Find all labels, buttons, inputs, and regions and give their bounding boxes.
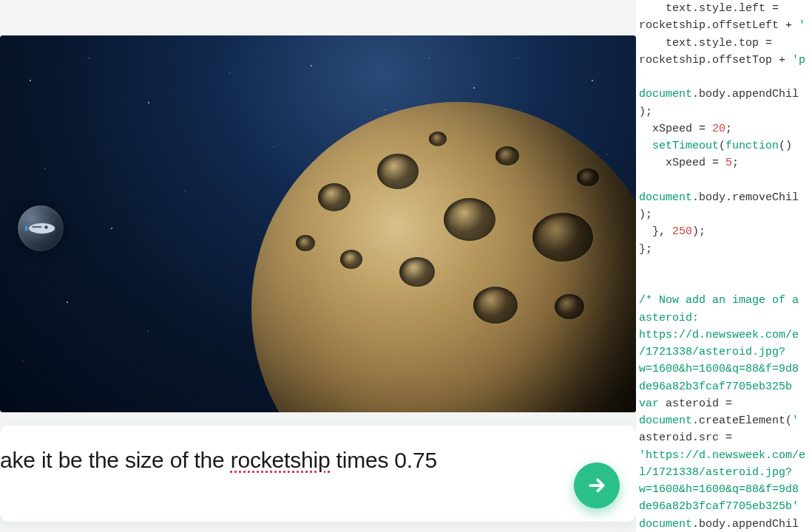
code-token-str: ' bbox=[792, 415, 799, 427]
code-token-kw: var bbox=[639, 398, 659, 410]
rocketship-icon bbox=[23, 217, 58, 239]
code-token-obj: document bbox=[639, 191, 692, 204]
prompt-suffix: times 0.75 bbox=[330, 448, 437, 472]
arrow-right-icon bbox=[586, 474, 608, 497]
code-token-plain: .createElement( bbox=[692, 415, 792, 427]
code-line[interactable]: asteroid: bbox=[639, 310, 812, 327]
code-token-obj: document bbox=[639, 518, 692, 531]
svg-point-2 bbox=[44, 225, 48, 229]
code-token-plain: }, bbox=[639, 225, 672, 238]
preview-area bbox=[0, 0, 636, 412]
code-token-plain: ; bbox=[732, 157, 739, 169]
code-token-plain: xSpeed = bbox=[639, 123, 712, 135]
code-token-fn: setTimeout bbox=[652, 140, 719, 152]
code-line[interactable] bbox=[639, 69, 812, 86]
code-token-cmt: de96a82b3fcaf7705eb325b bbox=[639, 381, 799, 393]
code-token-plain: .body.appendChil bbox=[692, 518, 799, 531]
code-token-plain: }; bbox=[639, 243, 652, 256]
code-token-plain: xSpeed = bbox=[639, 157, 725, 169]
code-line[interactable]: rocketship.offsetTop + 'p bbox=[639, 52, 812, 69]
code-token-str: de96a82b3fcaf7705eb325b' bbox=[639, 500, 799, 513]
code-token-cmt: /1721338/asteroid.jpg? bbox=[639, 346, 785, 358]
code-line[interactable] bbox=[639, 172, 812, 189]
prompt-prefix: ake it be the size of the bbox=[0, 448, 231, 472]
code-editor[interactable]: text.style.left =rocketship.offsetLeft +… bbox=[636, 0, 812, 532]
code-line[interactable]: text.style.left = bbox=[639, 0, 812, 17]
code-token-kw: function bbox=[725, 140, 779, 152]
code-line[interactable]: xSpeed = 20; bbox=[639, 120, 812, 137]
code-token-str: l/1721338/asteroid.jpg? bbox=[639, 466, 792, 479]
code-token-obj: document bbox=[639, 415, 692, 427]
prompt-underlined-word: rocketship bbox=[231, 448, 331, 472]
code-token-num: 5 bbox=[725, 157, 732, 169]
svg-rect-3 bbox=[32, 226, 42, 228]
code-token-str: 'p bbox=[792, 54, 805, 66]
code-token-plain: .body.removeChil bbox=[692, 191, 799, 204]
code-line[interactable]: setTimeout(function() bbox=[639, 137, 812, 154]
preview-viewport[interactable] bbox=[0, 35, 636, 412]
code-line[interactable]: text.style.top = bbox=[639, 35, 812, 52]
code-token-plain: ); bbox=[639, 106, 652, 118]
code-line[interactable]: 'https://d.newsweek.com/e bbox=[639, 447, 812, 464]
code-line[interactable]: document.createElement(' bbox=[639, 412, 812, 429]
code-token-str: 'https://d.newsweek.com/e bbox=[639, 449, 805, 462]
code-token-plain: asteroid = bbox=[659, 398, 732, 410]
rocketship-sprite[interactable] bbox=[18, 205, 64, 251]
submit-button[interactable] bbox=[574, 463, 620, 508]
code-token-str: w=1600&h=1600&q=88&f=9d8 bbox=[639, 483, 799, 496]
code-line[interactable]: l/1721338/asteroid.jpg? bbox=[639, 464, 812, 481]
code-line[interactable]: ); bbox=[639, 206, 812, 223]
code-token-cmt: https://d.newsweek.com/e bbox=[639, 329, 799, 341]
code-line[interactable] bbox=[639, 258, 812, 275]
code-token-plain: ( bbox=[719, 140, 725, 152]
code-token-plain: () bbox=[779, 140, 799, 152]
code-token-plain: text.style.top = bbox=[639, 37, 772, 50]
code-line[interactable]: /* Now add an image of a bbox=[639, 292, 812, 309]
code-token-plain: ); bbox=[639, 208, 652, 221]
code-token-num: 20 bbox=[712, 123, 725, 135]
code-line[interactable]: document.body.appendChil bbox=[639, 516, 812, 533]
code-line[interactable]: asteroid.src = bbox=[639, 429, 812, 446]
code-line[interactable]: var asteroid = bbox=[639, 395, 812, 412]
prompt-input-card[interactable]: ake it be the size of the rocketship tim… bbox=[0, 426, 636, 522]
asteroid-sprite[interactable] bbox=[251, 102, 636, 412]
code-line[interactable]: }, 250); bbox=[639, 223, 812, 240]
code-token-plain: .body.appendChil bbox=[692, 88, 799, 100]
code-line[interactable]: xSpeed = 5; bbox=[639, 154, 812, 171]
code-line[interactable]: rocketship.offsetLeft + ' bbox=[639, 17, 812, 34]
code-token-plain: text.style.left = bbox=[639, 2, 779, 15]
code-token-plain bbox=[639, 140, 652, 152]
code-line[interactable]: https://d.newsweek.com/e bbox=[639, 327, 812, 344]
code-token-str: ' bbox=[799, 19, 805, 32]
code-token-obj: document bbox=[639, 88, 692, 100]
code-token-num: 250 bbox=[672, 225, 692, 238]
code-line[interactable]: document.body.removeChil bbox=[639, 189, 812, 206]
code-line[interactable]: w=1600&h=1600&q=88&f=9d8 bbox=[639, 481, 812, 498]
code-line[interactable]: de96a82b3fcaf7705eb325b' bbox=[639, 498, 812, 515]
code-line[interactable]: de96a82b3fcaf7705eb325b bbox=[639, 378, 812, 395]
code-line[interactable] bbox=[639, 275, 812, 292]
code-line[interactable]: ); bbox=[639, 103, 812, 120]
code-token-cmt: w=1600&h=1600&q=88&f=9d8 bbox=[639, 363, 799, 375]
code-token-plain: asteroid.src = bbox=[639, 432, 732, 444]
code-token-cmt: /* Now add an image of a bbox=[639, 294, 799, 307]
code-line[interactable]: w=1600&h=1600&q=88&f=9d8 bbox=[639, 361, 812, 378]
code-line[interactable]: /1721338/asteroid.jpg? bbox=[639, 344, 812, 361]
app-root: ake it be the size of the rocketship tim… bbox=[0, 0, 812, 532]
prompt-text[interactable]: ake it be the size of the rocketship tim… bbox=[0, 446, 614, 474]
code-token-cmt: asteroid: bbox=[639, 312, 699, 324]
code-token-plain: ; bbox=[725, 123, 732, 135]
code-token-plain: rocketship.offsetTop + bbox=[639, 54, 792, 66]
prompt-row: ake it be the size of the rocketship tim… bbox=[0, 426, 636, 522]
code-line[interactable]: document.body.appendChil bbox=[639, 86, 812, 103]
code-token-plain: rocketship.offsetLeft + bbox=[639, 19, 799, 32]
left-pane: ake it be the size of the rocketship tim… bbox=[0, 0, 636, 532]
code-token-plain: ); bbox=[692, 225, 706, 238]
code-line[interactable]: }; bbox=[639, 241, 812, 258]
